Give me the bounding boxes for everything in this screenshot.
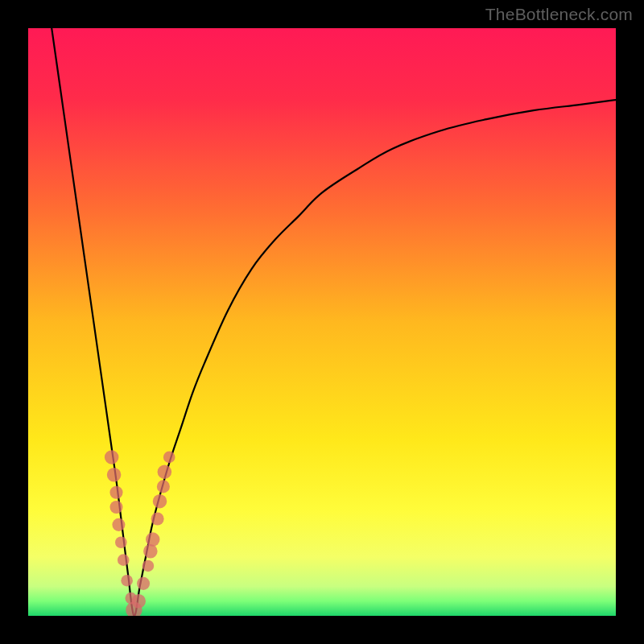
data-point-marker (151, 513, 164, 526)
data-point-marker (158, 464, 172, 479)
data-point-marker (105, 450, 119, 464)
data-point-marker (163, 452, 175, 464)
data-point-marker (112, 518, 125, 531)
data-point-marker (142, 560, 155, 572)
data-point-marker (121, 575, 133, 587)
data-point-marker (115, 536, 127, 548)
data-point-marker (109, 501, 122, 514)
data-point-marker (137, 577, 150, 590)
data-point-marker (157, 480, 170, 493)
data-point-marker (143, 544, 158, 559)
watermark-text: TheBottleneck.com (485, 5, 633, 24)
bottleneck-curve (28, 28, 616, 616)
data-point-marker (146, 532, 160, 547)
data-point-marker (131, 594, 146, 609)
data-point-marker (107, 468, 122, 482)
data-point-marker (153, 494, 167, 509)
plot-area (28, 28, 616, 616)
chart-frame: TheBottleneck.com (0, 0, 644, 644)
data-point-marker (109, 486, 122, 499)
data-point-marker (118, 554, 130, 566)
